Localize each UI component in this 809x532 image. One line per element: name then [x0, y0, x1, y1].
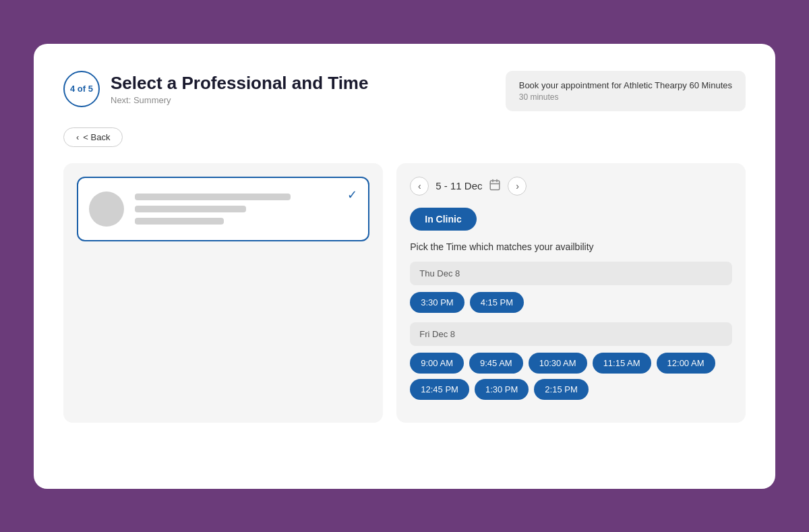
day-section: Fri Dec 89:00 AM9:45 AM10:30 AM11:15 AM1… [410, 322, 732, 400]
calendar-icon[interactable] [489, 179, 501, 194]
header-title-block: Select a Professional and Time Next: Sum… [111, 73, 368, 105]
professional-info [135, 194, 357, 225]
appointment-duration: 30 minutes [519, 92, 732, 102]
professional-card[interactable]: ✓ [77, 177, 369, 241]
time-slot-button[interactable]: 10:30 AM [529, 353, 587, 374]
time-slot-button[interactable]: 11:15 AM [593, 353, 651, 374]
clinic-toggle-button[interactable]: In Clinic [410, 208, 476, 231]
date-range-label: 5 - 11 Dec [436, 180, 482, 191]
time-slot-button[interactable]: 12:00 AM [657, 353, 715, 374]
time-slots-row: 9:00 AM9:45 AM10:30 AM11:15 AM12:00 AM12… [410, 353, 732, 400]
pick-time-label: Pick the Time which matches your availbi… [410, 241, 732, 252]
svg-rect-0 [491, 181, 500, 190]
back-chevron-icon: ‹ [76, 132, 79, 142]
main-content: ✓ ‹ 5 - 11 Dec › [63, 163, 746, 423]
appointment-info: Book your appointment for Athletic Thear… [506, 71, 746, 111]
step-counter: 4 of 5 [70, 84, 93, 94]
prev-week-button[interactable]: ‹ [410, 177, 429, 196]
next-arrow-icon: › [516, 181, 519, 191]
time-slot-button[interactable]: 4:15 PM [470, 292, 524, 313]
check-icon: ✓ [347, 187, 357, 202]
time-slot-button[interactable]: 9:45 AM [469, 353, 523, 374]
day-section: Thu Dec 83:30 PM4:15 PM [410, 262, 732, 313]
time-slot-button[interactable]: 3:30 PM [410, 292, 464, 313]
time-slot-button[interactable]: 1:30 PM [475, 379, 529, 400]
schedule-panel: ‹ 5 - 11 Dec › In Clinic Pick the Time w… [396, 163, 746, 423]
day-header: Fri Dec 8 [410, 322, 732, 346]
back-button[interactable]: ‹ < Back [63, 127, 123, 147]
avatar [89, 191, 124, 227]
skeleton-detail [135, 218, 224, 225]
back-label: < Back [83, 132, 110, 142]
appointment-title: Book your appointment for Athletic Thear… [519, 80, 732, 90]
header-left: 4 of 5 Select a Professional and Time Ne… [63, 71, 368, 107]
booking-card: 4 of 5 Select a Professional and Time Ne… [34, 44, 775, 489]
step-subtitle: Next: Summery [111, 95, 368, 105]
schedule-list: Thu Dec 83:30 PM4:15 PMFri Dec 89:00 AM9… [410, 262, 732, 400]
skeleton-title [135, 206, 246, 212]
time-slot-button[interactable]: 9:00 AM [410, 353, 464, 374]
page-title: Select a Professional and Time [111, 73, 368, 94]
time-slot-button[interactable]: 2:15 PM [534, 379, 588, 400]
day-header: Thu Dec 8 [410, 262, 732, 285]
header: 4 of 5 Select a Professional and Time Ne… [63, 71, 746, 111]
prev-arrow-icon: ‹ [418, 181, 421, 191]
skeleton-name [135, 194, 291, 200]
next-week-button[interactable]: › [508, 177, 527, 196]
time-slots-row: 3:30 PM4:15 PM [410, 292, 732, 313]
professionals-panel: ✓ [63, 163, 383, 423]
step-badge: 4 of 5 [63, 71, 100, 107]
date-navigation: ‹ 5 - 11 Dec › [410, 177, 732, 196]
time-slot-button[interactable]: 12:45 PM [410, 379, 469, 400]
